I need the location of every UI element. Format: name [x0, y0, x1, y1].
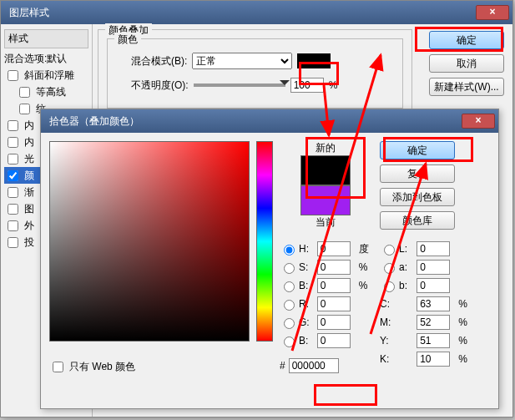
hue-slider[interactable] [256, 141, 273, 342]
close-icon[interactable]: × [462, 114, 495, 129]
lab-b-input[interactable] [417, 278, 450, 293]
l-radio[interactable] [384, 245, 395, 256]
g-input[interactable] [317, 315, 351, 330]
close-icon[interactable]: × [476, 5, 509, 20]
ok-button[interactable]: 确定 [429, 31, 504, 49]
titlebar[interactable]: 图层样式 × [1, 1, 512, 24]
b-radio[interactable] [284, 281, 295, 292]
web-only-checkbox[interactable]: 只有 Web 颜色 [49, 358, 250, 375]
hex-input[interactable] [289, 358, 339, 373]
group-label: 颜色 [114, 33, 141, 47]
opacity-label: 不透明度(O): [131, 78, 189, 93]
m-input[interactable] [417, 315, 450, 330]
r-radio[interactable] [284, 300, 295, 311]
c-input[interactable] [417, 296, 450, 311]
color-picker-window: 拾色器（叠加颜色） × 只有 Web 颜色 新的 当前 H:度 S:% B:% … [40, 109, 499, 409]
b2-radio[interactable] [284, 337, 295, 347]
a-input[interactable] [417, 260, 450, 275]
hex-label: # [280, 360, 285, 372]
b2-input[interactable] [317, 333, 351, 348]
h-radio[interactable] [284, 245, 295, 256]
m-label: M: [380, 316, 411, 328]
new-color-box [300, 155, 351, 185]
add-swatch-button[interactable]: 添加到色板 [380, 188, 455, 206]
new-label: 新的 [280, 141, 371, 155]
s-input[interactable] [317, 260, 351, 275]
color-field[interactable] [49, 141, 250, 342]
y-input[interactable] [417, 333, 450, 348]
y-label: Y: [380, 335, 411, 347]
window-title: 图层样式 [4, 6, 476, 20]
list-item[interactable]: 斜面和浮雕 [4, 67, 88, 83]
list-item[interactable]: 等高线 [4, 83, 88, 100]
h-input[interactable] [317, 241, 351, 256]
g-radio[interactable] [284, 318, 295, 329]
reset-button[interactable]: 复位 [380, 164, 455, 183]
color-lib-button[interactable]: 颜色库 [380, 211, 455, 230]
r-input[interactable] [317, 296, 351, 311]
k-label: K: [380, 353, 411, 365]
blend-options[interactable]: 混合选项:默认 [4, 50, 88, 67]
current-label: 当前 [280, 215, 371, 230]
picker-ok-button[interactable]: 确定 [380, 141, 455, 159]
lab-b-radio[interactable] [384, 281, 395, 292]
color-group: 颜色 混合模式(B): 正常 不透明度(O): % [107, 38, 403, 109]
percent-label: % [329, 79, 338, 91]
color-overlay-group: 颜色叠加 颜色 混合模式(B): 正常 不透明度(O): % [98, 29, 412, 121]
current-color-box[interactable] [300, 185, 351, 215]
titlebar[interactable]: 拾色器（叠加颜色） × [41, 109, 498, 133]
new-style-button[interactable]: 新建样式(W)... [429, 78, 504, 96]
opacity-slider[interactable] [194, 83, 285, 87]
s-radio[interactable] [284, 263, 295, 274]
color-swatch[interactable] [297, 53, 331, 68]
color-preview: 新的 当前 [280, 141, 371, 230]
c-label: C: [380, 298, 411, 310]
window-title: 拾色器（叠加颜色） [44, 114, 462, 129]
a-radio[interactable] [384, 263, 395, 274]
blend-mode-select[interactable]: 正常 [192, 53, 292, 69]
cancel-button[interactable]: 取消 [429, 54, 504, 73]
l-input[interactable] [417, 241, 450, 256]
styles-header: 样式 [4, 29, 88, 48]
k-input[interactable] [417, 352, 450, 367]
b-input[interactable] [317, 278, 351, 293]
opacity-input[interactable] [290, 78, 324, 93]
blend-mode-label: 混合模式(B): [131, 54, 187, 68]
